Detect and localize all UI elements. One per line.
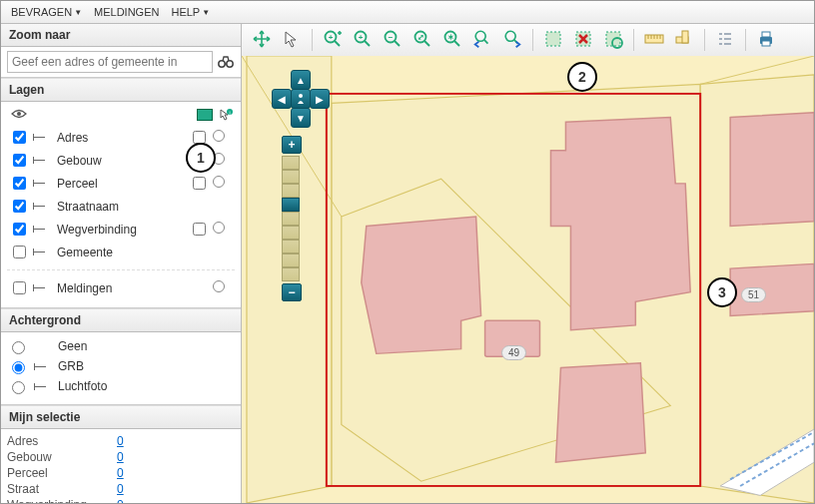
svg-point-65 xyxy=(299,94,303,98)
svg-line-24 xyxy=(484,39,488,43)
layer-type-icon xyxy=(34,361,48,371)
bg-radio[interactable] xyxy=(12,341,25,354)
selection-row: Wegverbinding0 xyxy=(7,497,235,504)
selection-row: Straat0 xyxy=(7,481,235,497)
select-add-button[interactable] xyxy=(599,26,627,54)
zoom-out-button[interactable]: − xyxy=(282,283,302,301)
pan-up-button[interactable]: ▲ xyxy=(291,70,311,90)
layer-vis-checkbox[interactable] xyxy=(13,154,26,167)
svg-text:⤢: ⤢ xyxy=(417,33,424,42)
legend-button[interactable] xyxy=(711,26,739,54)
selection-count-link[interactable]: 0 xyxy=(117,466,124,480)
layer-info-radio[interactable] xyxy=(213,130,225,142)
measure-area-button[interactable] xyxy=(670,26,698,54)
zoom-selection-button[interactable]: ✶ xyxy=(438,26,466,54)
bg-option[interactable]: GRB xyxy=(7,356,235,376)
zoom-step[interactable] xyxy=(282,240,300,253)
svg-line-18 xyxy=(424,41,429,46)
selection-count-link[interactable]: 0 xyxy=(117,482,124,496)
zoom-step[interactable] xyxy=(282,198,300,212)
svg-text:+: + xyxy=(359,33,364,42)
zoom-out-icon: − xyxy=(383,29,403,52)
zoom-step[interactable] xyxy=(282,156,300,170)
svg-rect-27 xyxy=(546,32,560,46)
zoom-prev-button[interactable] xyxy=(468,26,496,54)
layer-style-checkbox[interactable] xyxy=(193,223,206,236)
layer-type-icon xyxy=(33,224,47,234)
selection-row: Gebouw0 xyxy=(7,449,235,465)
move-button[interactable] xyxy=(248,26,276,54)
measure-line-button[interactable] xyxy=(640,26,668,54)
layers-header: Lagen xyxy=(1,78,241,102)
layer-type-icon xyxy=(33,155,47,165)
zoom-step[interactable] xyxy=(282,184,300,198)
zoom-next-button[interactable] xyxy=(498,26,526,54)
layer-row: Gemeente xyxy=(7,241,235,263)
selection-header: Mijn selectie xyxy=(1,405,241,429)
selection-row: Adres0 xyxy=(7,433,235,449)
zoom-in-plus-button[interactable]: + xyxy=(319,26,347,54)
layer-info-radio[interactable] xyxy=(213,280,225,292)
svg-marker-60 xyxy=(555,363,645,462)
bg-radio[interactable] xyxy=(12,361,25,374)
print-button[interactable] xyxy=(752,26,780,54)
menu-help[interactable]: HELP▼ xyxy=(167,4,214,20)
bg-radio[interactable] xyxy=(12,381,25,394)
address-label: 49 xyxy=(501,345,526,360)
svg-text:✶: ✶ xyxy=(447,33,454,42)
layer-vis-checkbox[interactable] xyxy=(13,223,26,236)
zoom-step[interactable] xyxy=(282,226,300,240)
selection-count-link[interactable]: 0 xyxy=(117,450,124,464)
layer-label: Wegverbinding xyxy=(55,218,187,241)
selection-count-link[interactable]: 0 xyxy=(117,498,124,504)
svg-line-21 xyxy=(454,41,459,46)
search-input[interactable] xyxy=(7,51,213,73)
bg-option[interactable]: Luchtfoto xyxy=(7,376,235,396)
svg-line-7 xyxy=(335,41,340,46)
zoom-step[interactable] xyxy=(282,212,300,226)
zoom-next-icon xyxy=(502,29,522,52)
layer-vis-checkbox[interactable] xyxy=(13,200,26,213)
layer-style-checkbox[interactable] xyxy=(193,177,206,190)
zoom-step[interactable] xyxy=(282,253,300,267)
selection-count-link[interactable]: 0 xyxy=(117,434,124,448)
layer-vis-checkbox[interactable] xyxy=(13,177,26,190)
layer-vis-checkbox[interactable] xyxy=(13,281,26,294)
svg-text:+: + xyxy=(329,33,334,42)
layer-info-radio[interactable] xyxy=(213,176,225,188)
nav-pad: ▲ ▼ ◀ ▶ xyxy=(272,70,328,126)
zoom-in-button[interactable]: + xyxy=(282,136,302,154)
bg-label: Luchtfoto xyxy=(58,379,107,393)
svg-rect-47 xyxy=(762,41,770,46)
zoom-out-button[interactable]: − xyxy=(379,26,407,54)
layer-type-icon xyxy=(34,381,48,391)
pan-center-button[interactable] xyxy=(291,89,311,109)
pan-left-button[interactable]: ◀ xyxy=(272,89,292,109)
zoom-in-button[interactable]: + xyxy=(349,26,377,54)
pan-right-button[interactable]: ▶ xyxy=(310,89,330,109)
layer-row: Perceel xyxy=(7,172,235,195)
menu-bevragen[interactable]: BEVRAGEN▼ xyxy=(7,4,86,20)
bg-option[interactable]: Geen xyxy=(7,336,235,356)
select-rect-button[interactable] xyxy=(539,26,567,54)
zoom-fit-button[interactable]: ⤢ xyxy=(408,26,436,54)
map-canvas[interactable]: 51 49 ▲ ▼ ◀ ▶ + − 3 xyxy=(242,56,814,503)
zoom-step[interactable] xyxy=(282,267,300,281)
svg-marker-62 xyxy=(730,113,814,227)
print-icon xyxy=(756,29,776,52)
info-cursor-icon: i xyxy=(219,108,233,122)
menu-meldingen[interactable]: MELDINGEN xyxy=(90,4,163,20)
selection-label: Adres xyxy=(7,434,117,448)
layer-vis-checkbox[interactable] xyxy=(13,131,26,144)
layer-info-radio[interactable] xyxy=(213,222,225,234)
layer-type-icon xyxy=(33,247,47,256)
layer-vis-checkbox[interactable] xyxy=(13,246,26,258)
eye-icon xyxy=(11,108,27,122)
binoculars-icon[interactable] xyxy=(217,53,235,71)
pan-down-button[interactable]: ▼ xyxy=(291,108,311,128)
zoom-step[interactable] xyxy=(282,170,300,184)
legend-icon xyxy=(716,30,734,51)
select-remove-button[interactable] xyxy=(569,26,597,54)
pointer-button[interactable] xyxy=(278,26,306,54)
callout-2: 2 xyxy=(567,62,597,92)
